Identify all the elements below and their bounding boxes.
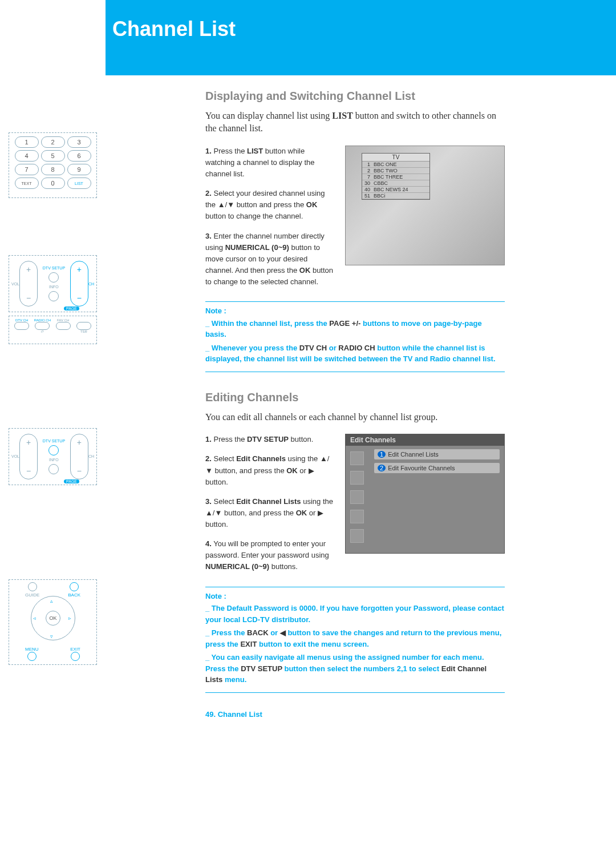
text: button to change the channel. [205, 212, 303, 220]
dtv-setup-label: DTV SETUP [43, 439, 65, 443]
key-text: TEXT [15, 178, 39, 189]
blue-button [76, 322, 91, 330]
edit-menu-screenshot: Edit Channels 1Edit Channel Lists 2Edit … [345, 434, 505, 554]
step: 4. You will be prompted to enter your pa… [205, 538, 335, 572]
tv-row: 40BBC NEWS 24 [362, 187, 429, 193]
tv-list-header: TV [362, 154, 429, 162]
info-label: INFO [49, 285, 59, 289]
edit-menu-title: Edit Channels [346, 434, 504, 446]
page-header: Channel List [106, 0, 616, 75]
text-bold: Edit Channels [236, 454, 286, 463]
info-button [48, 291, 59, 301]
vol-rocker: +− [19, 434, 38, 479]
text-bold: Edit Channel Lists [236, 497, 301, 506]
text: button then select the numbers 2,1 to se… [282, 664, 441, 673]
section2-steps: 1. Press the DTV SETUP button. 2. Select… [205, 434, 335, 580]
tv-screenshot: TV 1BBC ONE 2BBC TWO 7BBC THREE 30CBBC 4… [345, 146, 505, 265]
plus-icon: + [77, 438, 82, 447]
info-button [48, 464, 59, 474]
item-label: Edit Favourite Channels [388, 465, 455, 471]
right-icon: ▹ [68, 615, 71, 621]
text: Select [212, 454, 236, 463]
text-bold: OK [306, 200, 318, 209]
step-num: 3. [205, 232, 212, 240]
page-badge: PAGE [64, 479, 79, 483]
ch-name: BBCi [372, 193, 429, 199]
dtv-setup-button [48, 272, 59, 283]
text-bold: PAGE +/- [329, 319, 360, 328]
section2-note: Note : _ The Default Password is 0000. I… [205, 587, 505, 693]
ch-label: CH [88, 454, 94, 458]
text: You will be prompted to enter your passw… [205, 539, 329, 559]
plus-icon: + [26, 265, 31, 274]
page-badge: PAGE [64, 306, 79, 310]
step-num: 2. [205, 454, 212, 463]
remote-colorbtns: DTV CH RADIO CH FAV CH i? TSR [9, 316, 97, 344]
section1-heading: Displaying and Switching Channel List [205, 90, 505, 103]
section1-steps: 1. Press the LIST button while watching … [205, 146, 335, 296]
text-bold: OK [286, 466, 298, 475]
page-number: 49. [205, 710, 216, 719]
note-title: Note : [205, 591, 505, 602]
up-icon: ▵ [50, 598, 53, 604]
left-icon: ◃ [33, 615, 36, 621]
text: button. [205, 520, 228, 529]
tv-row: 30CBBC [362, 180, 429, 187]
text: buttons. [269, 562, 298, 571]
text-bold: LIST [247, 147, 263, 155]
item-label: Edit Channel Lists [388, 451, 439, 458]
yellow-button [56, 322, 71, 330]
vol-label: VOL [11, 454, 19, 458]
tv-row: 2BBC TWO [362, 168, 429, 174]
remote-numpad: 123 456 789 TEXT0LIST [9, 132, 97, 198]
note-title: Note : [205, 305, 505, 317]
step-num: 1. [205, 147, 212, 155]
step: 1. Press the DTV SETUP button. [205, 434, 335, 445]
ch-num: 40 [362, 187, 372, 192]
section1-note: Note : _ Within the channel list, press … [205, 301, 505, 372]
key-8: 8 [41, 164, 65, 175]
down-icon: ▿ [50, 634, 53, 639]
ch-label: CH [88, 282, 94, 286]
step: 2. Select Edit Channels using the ▲/▼ bu… [205, 453, 335, 487]
minus-icon: − [77, 466, 82, 475]
tv-channel-list: TV 1BBC ONE 2BBC TWO 7BBC THREE 30CBBC 4… [362, 153, 430, 200]
remote-navpad: GUIDE BACK MENU EXIT OK ▵ ▿ ◃ ▹ [9, 579, 97, 665]
text: You can display channel list using [205, 111, 332, 120]
tv-row: 7BBC THREE [362, 174, 429, 180]
plus-icon: + [26, 438, 31, 447]
ch-name: BBC ONE [372, 162, 429, 167]
text: _ Within the channel list, press the [205, 319, 329, 328]
ch-name: BBC THREE [372, 174, 429, 180]
section1-intro: You can display channel list using LIST … [205, 110, 505, 135]
ch-name: CBBC [372, 180, 429, 186]
text: Press the [212, 147, 247, 155]
step-num: 3. [205, 497, 212, 506]
ch-num: 30 [362, 180, 372, 186]
guide-corner: GUIDE [25, 582, 39, 598]
step-num: 2. [205, 189, 212, 197]
minus-icon: − [77, 293, 82, 303]
info-label: INFO [49, 458, 59, 462]
text: Press the [212, 435, 247, 443]
text-bold: LIST [332, 111, 352, 120]
dtv-setup-button [48, 445, 59, 455]
text: button to exit the menu screen. [257, 640, 368, 648]
ch-num: 7 [362, 174, 372, 180]
step-num: 4. [205, 539, 212, 548]
text: button. [289, 435, 313, 443]
key-6: 6 [67, 150, 91, 162]
key-4: 4 [15, 150, 39, 162]
key-5: 5 [41, 150, 65, 162]
text: _ The Default Password is 0000. If you h… [205, 603, 505, 625]
page-footer: 49. Channel List [205, 710, 616, 719]
section2-heading: Editing Channels [205, 391, 505, 404]
text: or [307, 509, 318, 517]
ch-rocker: +− [70, 434, 88, 479]
plus-icon: + [77, 265, 82, 274]
tv-row: 1BBC ONE [362, 162, 429, 168]
text: _ Whenever you press the [205, 344, 299, 352]
key-9: 9 [67, 164, 91, 175]
text-bold: OK [299, 266, 311, 275]
text-bold: NUMERICAL (0~9) [225, 243, 289, 252]
